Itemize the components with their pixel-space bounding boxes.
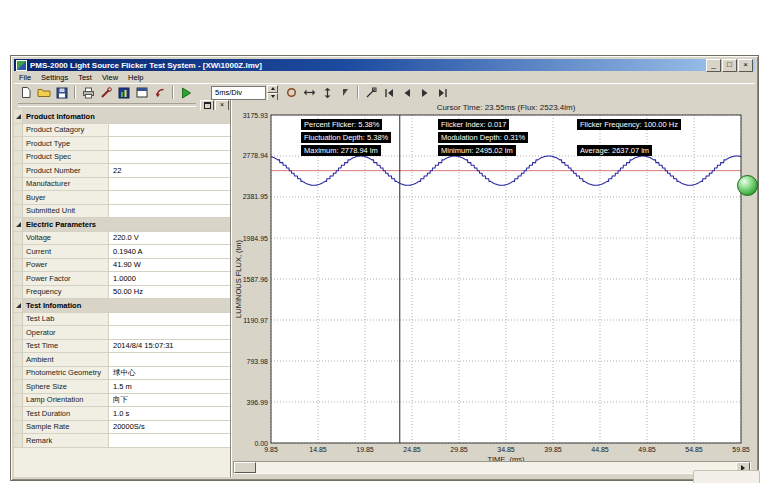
minimize-button[interactable]: _ [706, 59, 721, 72]
property-value-field[interactable] [109, 205, 230, 218]
property-value-field[interactable] [109, 151, 230, 164]
property-value-field[interactable] [109, 313, 230, 326]
property-value-field[interactable] [109, 137, 230, 150]
property-row: Photometric Geometry球中心 [14, 367, 230, 381]
panel-header: × [14, 100, 230, 110]
chart-h-scrollbar[interactable] [233, 461, 751, 474]
menu-help[interactable]: Help [123, 72, 148, 83]
panel-float-icon[interactable] [200, 100, 214, 111]
tools-icon[interactable] [97, 85, 115, 100]
x-tick-label: 54.85 [685, 446, 703, 453]
property-value-field[interactable]: 20000S/s [109, 421, 230, 434]
window-icon[interactable] [133, 85, 151, 100]
panel-close-icon[interactable]: × [215, 100, 229, 111]
undo-icon[interactable] [151, 85, 169, 100]
pan-vertical-icon[interactable] [318, 85, 336, 100]
cursor-peak-icon[interactable] [362, 85, 380, 100]
cursor-step-right-icon[interactable] [416, 85, 434, 100]
property-row: Frequency50.00 Hz [14, 286, 230, 300]
restore-button[interactable]: □ [722, 59, 737, 72]
menu-settings[interactable]: Settings [36, 72, 73, 83]
time-per-div-select[interactable]: 5ms/Div [211, 86, 266, 100]
property-row: Sample Rate20000S/s [14, 421, 230, 435]
report-icon[interactable] [115, 85, 133, 100]
property-value-field[interactable]: 1.5 m [109, 380, 230, 393]
property-label: Product Type [23, 137, 109, 150]
flicker-waveform-plot[interactable]: 0.00396.99793.981190.971587.961984.95238… [232, 100, 756, 478]
property-value-field[interactable]: 1.0000 [109, 272, 230, 285]
property-row: Product Type [14, 137, 230, 151]
save-icon[interactable] [53, 85, 71, 100]
x-tick-label: 29.85 [450, 446, 468, 453]
section-title: Product Infomation [23, 110, 230, 123]
floating-ball-overlay[interactable] [737, 175, 758, 196]
stat-annotation: Average: 2637.07 lm [577, 145, 652, 156]
section-header[interactable]: Product Infomation [14, 110, 230, 124]
property-label: Frequency [23, 286, 109, 299]
property-row: Test Duration1.0 s [14, 407, 230, 421]
property-value-field[interactable]: 向下 [109, 394, 230, 407]
property-row: Operator [14, 326, 230, 340]
section-header[interactable]: Electric Parameters [14, 218, 230, 232]
property-label: Ambient [23, 353, 109, 366]
property-value-field[interactable]: 球中心 [109, 367, 230, 380]
section-expand-icon[interactable] [14, 218, 23, 231]
print-icon[interactable] [79, 85, 97, 100]
property-value-field[interactable] [109, 191, 230, 204]
section-expand-icon[interactable] [14, 299, 23, 312]
property-row: Sphere Size1.5 m [14, 380, 230, 394]
spin-up-icon[interactable] [267, 85, 278, 93]
new-file-icon[interactable] [17, 85, 35, 100]
row-margin [14, 259, 23, 272]
property-value-field[interactable] [109, 353, 230, 366]
run-icon[interactable] [177, 85, 195, 100]
stat-annotation: Percent Flicker: 5.38% [301, 119, 382, 130]
pan-horizontal-icon[interactable] [300, 85, 318, 100]
menu-test[interactable]: Test [73, 72, 97, 83]
desktop: PMS-2000 Light Source Flicker Test Syste… [0, 0, 760, 483]
close-button[interactable]: × [738, 59, 753, 72]
property-value-field[interactable]: 50.00 Hz [109, 286, 230, 299]
title-bar[interactable]: PMS-2000 Light Source Flicker Test Syste… [14, 59, 755, 71]
property-value-field[interactable]: 1.0 s [109, 407, 230, 420]
scrollbar-thumb[interactable] [234, 462, 256, 473]
property-value-field[interactable]: 2014/8/4 15:07:31 [109, 340, 230, 353]
menu-view[interactable]: View [97, 72, 123, 83]
row-margin [14, 245, 23, 258]
property-value-field[interactable]: 220.0 V [109, 232, 230, 245]
property-value-field[interactable]: 0.1940 A [109, 245, 230, 258]
section-expand-icon[interactable] [14, 110, 23, 123]
pointer-icon[interactable] [336, 85, 354, 100]
property-row: Lamp Orientation向下 [14, 394, 230, 408]
cursor-last-icon[interactable] [434, 85, 452, 100]
open-folder-icon[interactable] [35, 85, 53, 100]
stat-annotation: Minimum: 2495.02 lm [438, 145, 516, 156]
x-tick-label: 9.85 [264, 446, 278, 453]
menu-file[interactable]: File [14, 72, 36, 83]
section-header[interactable]: Test Infomation [14, 299, 230, 313]
x-tick-label: 49.85 [638, 446, 656, 453]
property-value-field[interactable] [109, 178, 230, 191]
row-margin [14, 272, 23, 285]
stat-annotation: Modulation Depth: 0.31% [438, 132, 528, 143]
chart-area: Cursor Time: 23.55ms (Flux: 2523.4lm) 0.… [231, 100, 755, 477]
property-row: Product Spec [14, 151, 230, 165]
record-icon[interactable] [282, 85, 300, 100]
scrollbar-track[interactable] [256, 462, 736, 473]
property-row: Current0.1940 A [14, 245, 230, 259]
property-label: Lamp Orientation [23, 394, 109, 407]
property-value-field[interactable]: 22 [109, 164, 230, 177]
panel-grip[interactable] [18, 103, 196, 107]
property-value-field[interactable]: 41.90 W [109, 259, 230, 272]
property-value-field[interactable] [109, 124, 230, 137]
stat-annotation: Flicker Frequency: 100.00 Hz [577, 119, 681, 130]
x-tick-label: 59.85 [732, 446, 750, 453]
property-value-field[interactable] [109, 434, 230, 447]
row-margin [14, 164, 23, 177]
property-label: Submitted Unit [23, 205, 109, 218]
row-margin [14, 232, 23, 245]
time-per-div-value: 5ms/Div [215, 88, 242, 97]
cursor-first-icon[interactable] [380, 85, 398, 100]
cursor-step-left-icon[interactable] [398, 85, 416, 100]
property-value-field[interactable] [109, 326, 230, 339]
